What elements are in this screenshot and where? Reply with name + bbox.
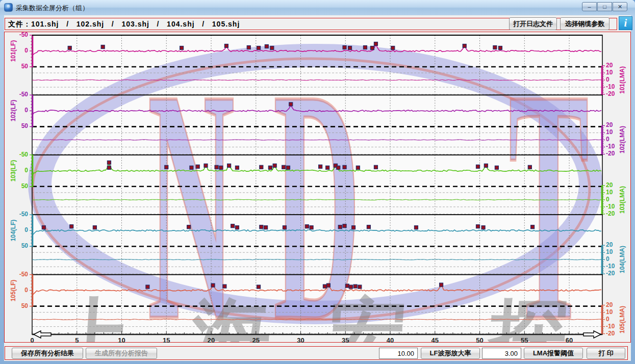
channel-103-lf-label: 103(LF) <box>10 160 17 181</box>
channel-105-lma-label: 105(LMA) <box>619 306 626 333</box>
app-window: 采集数据全屏分析（组） – □ ✕ 文件：101.shj / 102.shj /… <box>0 0 635 364</box>
defect-marker <box>374 165 377 169</box>
defect-marker <box>367 225 370 229</box>
select-cable-params-button[interactable]: 选择钢缆参数 <box>560 17 609 30</box>
defect-marker <box>493 46 497 49</box>
defect-marker <box>289 102 293 106</box>
x-tick-label: 35 <box>342 336 349 344</box>
defect-marker <box>265 45 268 48</box>
defect-marker <box>268 166 272 169</box>
channel-104-lma-label: 104(LMA) <box>619 246 626 273</box>
lma-tick-103: 20 <box>606 181 613 189</box>
lf-gain-button[interactable]: LF波形放大率 <box>421 348 480 359</box>
defect-marker <box>270 46 274 50</box>
defect-marker <box>190 166 193 169</box>
defect-marker <box>352 226 355 229</box>
defect-marker <box>414 226 418 229</box>
x-tick-label: 30 <box>297 336 304 344</box>
lma-tick-102: 20 <box>606 121 613 128</box>
defect-marker <box>305 225 309 228</box>
defect-marker <box>498 46 502 50</box>
defect-marker <box>348 46 352 50</box>
defect-marker <box>440 283 443 287</box>
defect-marker <box>337 166 340 169</box>
lf-gain-input[interactable] <box>379 348 418 359</box>
defect-marker <box>363 46 367 49</box>
defect-marker <box>260 225 263 229</box>
lma-tick-103: 0 <box>606 196 609 203</box>
defect-marker <box>476 165 480 168</box>
lf-tick-103: -50 <box>7 151 28 158</box>
minimize-button[interactable]: – <box>582 2 597 11</box>
defect-marker <box>283 226 286 229</box>
defect-marker <box>353 284 357 288</box>
lf-tick-102: 50 <box>7 122 28 129</box>
x-tick-label: 10 <box>118 336 125 344</box>
defect-marker <box>391 46 395 50</box>
defect-marker <box>107 166 111 169</box>
defect-marker <box>146 285 149 289</box>
lma-threshold-input[interactable] <box>482 348 521 359</box>
x-tick-label: 20 <box>208 336 215 344</box>
file-list: 文件：101.shj / 102.shj / 103.shj / 104.shj… <box>8 20 240 29</box>
defect-marker <box>107 161 111 164</box>
defect-marker <box>319 165 322 168</box>
defect-marker <box>196 165 199 168</box>
defect-marker <box>323 284 326 288</box>
defect-marker <box>180 46 184 50</box>
lma-tick-103: -10 <box>606 203 615 210</box>
defect-marker <box>215 165 218 169</box>
x-tick-label: 45 <box>431 336 439 344</box>
defect-marker <box>326 166 329 169</box>
lf-tick-105: -50 <box>7 271 28 278</box>
close-button[interactable]: ✕ <box>613 2 627 11</box>
defect-marker <box>338 225 342 229</box>
x-tick-label: 0 <box>30 336 34 344</box>
print-button[interactable]: 打 印 <box>587 348 625 359</box>
generate-reports-button: 生成所有分析报告 <box>86 348 157 359</box>
defect-marker <box>531 225 535 229</box>
defect-marker <box>257 285 261 289</box>
defect-marker <box>231 224 235 228</box>
defect-marker <box>247 46 250 49</box>
lma-tick-101: 10 <box>606 69 613 76</box>
lf-tick-104: 50 <box>7 242 28 249</box>
channel-104-lf-label: 104(LF) <box>10 220 17 242</box>
lf-tick-104: -50 <box>7 211 28 218</box>
waveform-chart-area: NDT上海宏探-50050101(LF)20100-10-20101(LMA)-… <box>4 32 631 343</box>
channel-102-lma-label: 102(LMA) <box>619 126 626 153</box>
lma-threshold-button[interactable]: LMA报警阈值 <box>524 348 583 359</box>
x-tick-label: 40 <box>387 336 394 344</box>
lf-tick-102: -50 <box>7 91 28 98</box>
maximize-button[interactable]: □ <box>597 2 612 11</box>
x-tick-label: 55 <box>521 336 528 344</box>
defect-marker <box>495 166 498 169</box>
window-title: 采集数据全屏分析（组） <box>16 4 89 13</box>
x-tick-label: 5 <box>75 336 79 344</box>
defect-marker <box>476 225 480 228</box>
defect-marker <box>223 284 226 288</box>
defect-marker <box>211 283 215 287</box>
lma-tick-101: -10 <box>606 83 615 90</box>
x-tick-label: 15 <box>163 336 170 344</box>
defect-marker <box>68 46 71 50</box>
bottom-toolbar: 保存所有分析结果 生成所有分析报告 LF波形放大率 LMA报警阈值 打 印 <box>4 346 631 360</box>
lma-tick-105: 0 <box>606 316 609 323</box>
defect-marker <box>349 285 352 289</box>
client-area: 文件：101.shj / 102.shj / 103.shj / 104.shj… <box>4 15 631 361</box>
open-log-button[interactable]: 打开日志文件 <box>509 17 557 30</box>
info-button[interactable]: i <box>619 16 632 30</box>
defect-marker <box>264 226 268 229</box>
defect-marker <box>227 164 231 167</box>
lma-tick-104: 10 <box>606 248 613 255</box>
save-all-results-button[interactable]: 保存所有分析结果 <box>12 348 83 359</box>
defect-marker <box>484 164 488 167</box>
channel-102-lf-label: 102(LF) <box>10 100 17 122</box>
lma-tick-101: -20 <box>606 90 615 97</box>
defect-marker <box>528 165 531 169</box>
app-icon <box>4 3 13 12</box>
lma-tick-104: -10 <box>606 263 615 270</box>
channel-101-lma-label: 101(LMA) <box>619 66 626 94</box>
lma-tick-102: 0 <box>606 136 609 143</box>
defect-marker <box>374 42 377 46</box>
